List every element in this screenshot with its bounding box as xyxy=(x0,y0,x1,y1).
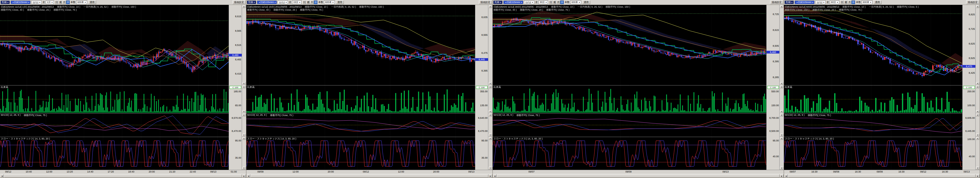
timeframe-select[interactable]: 1分 ▼ xyxy=(46,0,54,4)
scroll-down-icon[interactable]: ▼ xyxy=(488,110,492,113)
timeframe-button[interactable]: 分 xyxy=(851,0,855,4)
scroll-up-icon[interactable]: ▲ xyxy=(488,85,492,88)
scroll-up-icon[interactable]: ▲ xyxy=(242,5,245,8)
timeframe-button[interactable]: 週 xyxy=(306,0,310,4)
symbol-select[interactable]: ▼ 日経225mini ▼ xyxy=(503,0,523,4)
scroll-down-icon[interactable]: ▼ xyxy=(242,110,245,113)
timeframe-button[interactable]: 分 xyxy=(560,0,564,4)
timeframe-button[interactable]: 日 xyxy=(302,0,306,4)
apply-button[interactable]: 適用 xyxy=(336,0,344,4)
chart-canvas[interactable] xyxy=(493,5,766,170)
vertical-scrollbar[interactable]: ▲▼▲▼▲▼▲▼ xyxy=(975,5,980,170)
scroll-down-icon[interactable]: ▼ xyxy=(780,82,783,85)
scroll-left-icon[interactable]: ◀ xyxy=(0,175,4,178)
horizontal-scrollbar[interactable]: ◀ ▶ xyxy=(0,174,246,178)
scroll-up-icon[interactable]: ▲ xyxy=(976,114,979,116)
market-select[interactable]: 先物 ▼ xyxy=(493,0,503,4)
timeframe-button[interactable]: 月 xyxy=(848,0,851,4)
contract-month-select[interactable]: 11/12 ▼ xyxy=(524,0,535,4)
timeframe-select[interactable]: 15分 ▼ xyxy=(292,0,302,4)
timeframe-button[interactable]: 月 xyxy=(62,0,66,4)
contract-month-select[interactable]: 11/12 ▼ xyxy=(815,0,826,4)
chart-plot-area[interactable]: 日経225mini 11/12[ 1分] 2011/09/08 - 2011/0… xyxy=(0,5,229,170)
vertical-scrollbar[interactable]: ▲▼▲▼▲▼▲▼ xyxy=(488,5,492,170)
horizontal-scrollbar[interactable]: ◀ ▶ xyxy=(493,174,784,178)
scroll-left-icon[interactable]: ◀ xyxy=(784,175,788,178)
scroll-down-icon[interactable]: ▼ xyxy=(976,134,979,136)
scroll-up-icon[interactable]: ▲ xyxy=(488,5,492,8)
timeframe-button[interactable]: 分 xyxy=(66,0,70,4)
scroll-up-icon[interactable]: ▲ xyxy=(242,114,245,116)
scroll-up-icon[interactable]: ▲ xyxy=(976,85,979,88)
chart-plot-area[interactable]: 日経225mini 11/12[ 60分] 2011/09/05 - 2011/… xyxy=(784,5,962,170)
bar-count-input[interactable]: 600本 ▼ xyxy=(862,0,872,4)
scroll-up-icon[interactable]: ▲ xyxy=(780,5,783,8)
scroll-thumb[interactable] xyxy=(788,175,976,178)
scroll-down-icon[interactable]: ▼ xyxy=(488,167,492,170)
scroll-up-icon[interactable]: ▲ xyxy=(780,137,783,140)
draw-settings-button[interactable]: 描画設定 xyxy=(770,0,783,4)
scroll-thumb[interactable] xyxy=(4,175,242,178)
scroll-up-icon[interactable]: ▲ xyxy=(242,85,245,88)
scroll-left-icon[interactable]: ◀ xyxy=(493,175,496,178)
draw-settings-button[interactable]: 描画設定 xyxy=(479,0,492,4)
timeframe-select[interactable]: 60分 ▼ xyxy=(830,0,839,4)
timeframe-select[interactable]: 30分 ▼ xyxy=(538,0,548,4)
timeframe-button[interactable]: 月 xyxy=(310,0,313,4)
chart-plot-area[interactable]: 日経225mini 11/12[ 15分] 2011/09/05 - 2011/… xyxy=(247,5,475,170)
scroll-up-icon[interactable]: ▲ xyxy=(976,5,979,8)
scroll-down-icon[interactable]: ▼ xyxy=(780,134,783,136)
timeframe-button[interactable]: 分 xyxy=(314,0,317,4)
market-select[interactable]: 先物 ▼ xyxy=(0,0,10,4)
chart-canvas[interactable] xyxy=(0,5,229,170)
scroll-down-icon[interactable]: ▼ xyxy=(488,82,492,85)
timeframe-button[interactable]: 日 xyxy=(549,0,552,4)
contract-month-select[interactable]: 11/12 ▼ xyxy=(278,0,288,4)
scroll-down-icon[interactable]: ▼ xyxy=(242,167,245,170)
scroll-down-icon[interactable]: ▼ xyxy=(976,82,979,85)
chart-plot-area[interactable]: 日経225mini 11/12[ 30分] 2011/09/05 - 2011/… xyxy=(493,5,766,170)
symbol-select[interactable]: ▼ 日経225mini ▼ xyxy=(11,0,30,4)
scroll-up-icon[interactable]: ▲ xyxy=(780,85,783,88)
vertical-scrollbar[interactable]: ▲▼▲▼▲▼▲▼ xyxy=(242,5,246,170)
scroll-up-icon[interactable]: ▲ xyxy=(976,137,979,140)
contract-month-select[interactable]: 11/12 ▼ xyxy=(31,0,41,4)
bar-count-input[interactable]: 600本 ▼ xyxy=(324,0,335,4)
market-select[interactable]: 先物 ▼ xyxy=(247,0,256,4)
timeframe-button[interactable]: 日 xyxy=(55,0,58,4)
scroll-down-icon[interactable]: ▼ xyxy=(488,134,492,136)
timeframe-button[interactable]: 週 xyxy=(59,0,62,4)
timeframe-button[interactable]: 月 xyxy=(557,0,560,4)
timeframe-button[interactable]: 日 xyxy=(840,0,844,4)
scroll-down-icon[interactable]: ▼ xyxy=(780,110,783,113)
apply-button[interactable]: 適用 xyxy=(88,0,96,4)
scroll-right-icon[interactable]: ▶ xyxy=(976,175,980,178)
timeframe-button[interactable]: 週 xyxy=(844,0,848,4)
scroll-right-icon[interactable]: ▶ xyxy=(488,175,492,178)
draw-settings-button[interactable]: 描画設定 xyxy=(232,0,245,4)
scroll-right-icon[interactable]: ▶ xyxy=(242,175,246,178)
scroll-thumb[interactable] xyxy=(250,175,488,178)
scroll-up-icon[interactable]: ▲ xyxy=(242,137,245,140)
scroll-down-icon[interactable]: ▼ xyxy=(976,110,979,113)
scroll-down-icon[interactable]: ▼ xyxy=(242,82,245,85)
symbol-select[interactable]: ▼ 日経225mini ▼ xyxy=(795,0,815,4)
apply-button[interactable]: 適用 xyxy=(582,0,590,4)
bar-count-input[interactable]: 600本 ▼ xyxy=(570,0,581,4)
draw-settings-button[interactable]: 描画設定 xyxy=(966,0,979,4)
timeframe-button[interactable]: 週 xyxy=(553,0,556,4)
scroll-down-icon[interactable]: ▼ xyxy=(242,134,245,136)
horizontal-scrollbar[interactable]: ◀ ▶ xyxy=(247,174,492,178)
chart-canvas[interactable] xyxy=(784,5,962,170)
bar-count-input[interactable]: 600本 ▼ xyxy=(76,0,87,4)
apply-button[interactable]: 適用 xyxy=(873,0,881,4)
vertical-scrollbar[interactable]: ▲▼▲▼▲▼▲▼ xyxy=(780,5,784,170)
horizontal-scrollbar[interactable]: ◀ ▶ xyxy=(784,174,980,178)
scroll-down-icon[interactable]: ▼ xyxy=(780,167,783,170)
symbol-select[interactable]: ▼ 日経225mini ▼ xyxy=(257,0,277,4)
scroll-left-icon[interactable]: ◀ xyxy=(247,175,250,178)
scroll-up-icon[interactable]: ▲ xyxy=(780,114,783,116)
market-select[interactable]: 先物 ▼ xyxy=(784,0,794,4)
chart-canvas[interactable] xyxy=(247,5,475,170)
scroll-up-icon[interactable]: ▲ xyxy=(488,114,492,116)
